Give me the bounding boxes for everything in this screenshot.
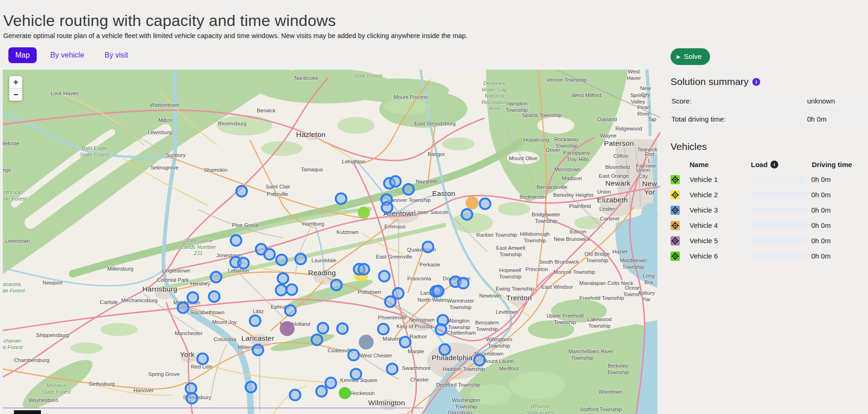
visit-marker[interactable]: [384, 296, 397, 308]
solution-summary-table: Score:unknownTotal driving time:0h 0m: [671, 92, 865, 128]
load-info-icon[interactable]: i: [770, 161, 778, 168]
visit-marker[interactable]: [473, 354, 486, 367]
map-zoom-control: + −: [9, 76, 22, 101]
vehicle-color-icon: [671, 206, 680, 215]
visit-marker[interactable]: [210, 271, 223, 284]
zoom-in-button[interactable]: +: [9, 76, 22, 88]
solve-button[interactable]: ▶ Solve: [671, 48, 710, 65]
visit-marker[interactable]: [237, 257, 250, 270]
column-load-label: Load: [751, 161, 768, 168]
depot-marker[interactable]: [466, 196, 479, 209]
visit-marker[interactable]: [249, 315, 262, 327]
visit-marker[interactable]: [386, 363, 399, 375]
zoom-out-button[interactable]: −: [9, 89, 22, 101]
visit-marker[interactable]: [311, 334, 323, 346]
visit-marker[interactable]: [245, 381, 257, 394]
unknown-dark-artifact: [14, 410, 41, 414]
column-load: Load i: [751, 161, 812, 168]
vehicle-name: Vehicle 2: [690, 191, 750, 199]
vehicles-title: Vehicles: [671, 141, 707, 152]
driving-time-value: 0h 0m: [811, 191, 831, 199]
summary-row: Score:unknown: [671, 92, 865, 110]
load-bar: [750, 252, 807, 259]
load-bar: [750, 222, 807, 229]
visit-marker[interactable]: [286, 284, 298, 296]
visit-marker[interactable]: [317, 322, 329, 335]
visit-marker[interactable]: [177, 302, 190, 314]
page-title: Vehicle routing with capacity and time w…: [3, 12, 336, 30]
visit-marker[interactable]: [457, 277, 470, 290]
visit-marker[interactable]: [439, 343, 451, 356]
visit-marker[interactable]: [377, 323, 390, 336]
tab-map[interactable]: Map: [8, 47, 37, 63]
vehicle-row[interactable]: Vehicle 1 0h 0m: [671, 172, 865, 187]
vehicle-row[interactable]: Vehicle 6 0h 0m: [671, 248, 865, 264]
visit-marker[interactable]: [389, 175, 402, 188]
load-bar: [750, 191, 807, 198]
visit-marker[interactable]: [252, 344, 264, 356]
visit-marker[interactable]: [479, 198, 492, 210]
visit-marker[interactable]: [435, 323, 447, 336]
visit-marker[interactable]: [399, 336, 412, 349]
crosshair-icon: [671, 237, 679, 245]
depot-marker[interactable]: [359, 335, 374, 349]
visit-marker[interactable]: [461, 208, 473, 221]
summary-value: 0h 0m: [807, 115, 827, 123]
vehicle-row[interactable]: Vehicle 5 0h 0m: [671, 233, 865, 248]
tab-by-visit[interactable]: By visit: [98, 47, 135, 63]
map-canvas[interactable]: + − Lock HavenWatsontownMiltonLewisburgS…: [3, 70, 660, 414]
visit-marker[interactable]: [236, 185, 248, 198]
visit-marker[interactable]: [358, 263, 370, 276]
visit-marker[interactable]: [335, 193, 348, 205]
vehicle-name: Vehicle 3: [690, 206, 750, 214]
solve-button-label: Solve: [684, 52, 702, 61]
visit-marker[interactable]: [197, 353, 209, 365]
visit-marker[interactable]: [336, 323, 349, 335]
visit-marker[interactable]: [330, 279, 343, 291]
visit-marker[interactable]: [381, 201, 394, 214]
play-icon: ▶: [677, 54, 680, 59]
tab-by-vehicle[interactable]: By vehicle: [43, 47, 91, 63]
vehicle-color-icon: [671, 236, 680, 246]
visit-marker[interactable]: [348, 349, 360, 362]
visit-marker[interactable]: [263, 248, 276, 261]
vehicle-color-icon: [671, 175, 680, 184]
depot-marker[interactable]: [280, 321, 295, 336]
solution-summary-heading: Solution summary i: [671, 76, 865, 87]
visit-marker[interactable]: [422, 241, 434, 253]
column-name: Name: [690, 161, 751, 168]
info-icon[interactable]: i: [752, 78, 760, 86]
visit-marker[interactable]: [208, 291, 221, 303]
visit-marker[interactable]: [186, 392, 198, 405]
visit-marker[interactable]: [316, 385, 328, 398]
driving-time-value: 0h 0m: [811, 252, 831, 260]
basemap-tiles: [3, 70, 660, 414]
vehicle-row[interactable]: Vehicle 4 0h 0m: [671, 218, 865, 233]
depot-marker[interactable]: [358, 207, 370, 219]
crosshair-icon: [671, 252, 679, 260]
vehicle-color-icon: [671, 190, 680, 200]
right-panel: Solution summary i Score:unknownTotal dr…: [671, 70, 865, 264]
column-driving-time: Driving time: [812, 161, 852, 168]
crosshair-icon: [671, 221, 679, 230]
visit-marker[interactable]: [277, 272, 289, 285]
visit-marker[interactable]: [284, 304, 297, 317]
visit-marker[interactable]: [295, 253, 307, 265]
crosshair-icon: [671, 206, 679, 214]
visit-marker[interactable]: [402, 183, 415, 196]
visit-marker[interactable]: [432, 285, 445, 298]
visit-marker[interactable]: [230, 234, 243, 247]
vehicle-row[interactable]: Vehicle 2 0h 0m: [671, 187, 865, 202]
visit-marker[interactable]: [276, 254, 288, 266]
vehicle-row[interactable]: Vehicle 3 0h 0m: [671, 202, 865, 218]
vehicles-header-row: Name Load i Driving time: [671, 157, 865, 172]
visit-marker[interactable]: [350, 368, 362, 381]
crosshair-icon: [671, 175, 679, 184]
visit-marker[interactable]: [289, 389, 302, 401]
visit-marker[interactable]: [187, 291, 199, 304]
visit-marker[interactable]: [378, 270, 391, 283]
vehicles-heading: Vehicles: [671, 141, 865, 152]
load-bar: [750, 207, 807, 213]
depot-marker[interactable]: [339, 387, 351, 399]
summary-value: unknown: [807, 97, 835, 105]
